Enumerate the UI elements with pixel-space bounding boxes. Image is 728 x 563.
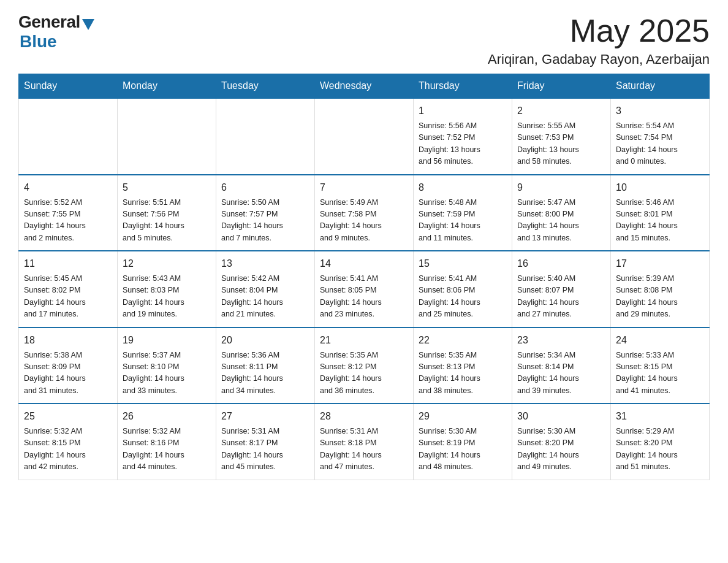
calendar-day-cell: 26Sunrise: 5:32 AM Sunset: 8:16 PM Dayli… — [118, 404, 216, 480]
day-number: 31 — [616, 409, 704, 424]
day-number: 25 — [24, 409, 112, 424]
logo-triangle-icon — [82, 19, 94, 30]
day-info: Sunrise: 5:49 AM Sunset: 7:58 PM Dayligh… — [320, 197, 408, 245]
calendar-day-cell: 24Sunrise: 5:33 AM Sunset: 8:15 PM Dayli… — [611, 327, 710, 404]
day-info: Sunrise: 5:32 AM Sunset: 8:15 PM Dayligh… — [24, 426, 112, 473]
logo-line2: Blue — [18, 32, 94, 52]
day-number: 20 — [221, 333, 309, 348]
day-info: Sunrise: 5:41 AM Sunset: 8:06 PM Dayligh… — [419, 273, 507, 321]
calendar-day-cell: 1Sunrise: 5:56 AM Sunset: 7:52 PM Daylig… — [414, 98, 512, 175]
calendar-day-cell: 10Sunrise: 5:46 AM Sunset: 8:01 PM Dayli… — [611, 175, 710, 251]
day-number: 3 — [616, 104, 704, 118]
logo-row: General — [18, 12, 94, 32]
calendar-day-cell: 27Sunrise: 5:31 AM Sunset: 8:17 PM Dayli… — [216, 404, 315, 480]
calendar-day-cell: 20Sunrise: 5:36 AM Sunset: 8:11 PM Dayli… — [216, 327, 315, 404]
day-info: Sunrise: 5:43 AM Sunset: 8:03 PM Dayligh… — [123, 273, 211, 321]
calendar-day-cell: 8Sunrise: 5:48 AM Sunset: 7:59 PM Daylig… — [414, 175, 512, 251]
day-number: 21 — [320, 333, 408, 348]
day-number: 7 — [320, 180, 408, 195]
day-number: 22 — [419, 333, 507, 348]
day-number: 16 — [517, 256, 605, 271]
day-of-week-header: Thursday — [414, 74, 512, 99]
header-row: SundayMondayTuesdayWednesdayThursdayFrid… — [19, 74, 710, 99]
calendar-day-cell: 2Sunrise: 5:55 AM Sunset: 7:53 PM Daylig… — [512, 98, 611, 175]
day-number: 23 — [517, 333, 605, 348]
day-number: 10 — [616, 180, 704, 195]
day-info: Sunrise: 5:51 AM Sunset: 7:56 PM Dayligh… — [123, 197, 211, 245]
day-number: 28 — [320, 409, 408, 424]
day-info: Sunrise: 5:38 AM Sunset: 8:09 PM Dayligh… — [24, 350, 112, 397]
day-info: Sunrise: 5:30 AM Sunset: 8:20 PM Dayligh… — [517, 426, 605, 473]
day-info: Sunrise: 5:52 AM Sunset: 7:55 PM Dayligh… — [24, 197, 112, 245]
day-number: 17 — [616, 256, 704, 271]
day-number: 19 — [123, 333, 211, 348]
calendar-week-row: 1Sunrise: 5:56 AM Sunset: 7:52 PM Daylig… — [19, 98, 710, 175]
calendar-day-cell: 31Sunrise: 5:29 AM Sunset: 8:20 PM Dayli… — [611, 404, 710, 480]
day-number: 8 — [419, 180, 507, 195]
day-info: Sunrise: 5:47 AM Sunset: 8:00 PM Dayligh… — [517, 197, 605, 245]
day-info: Sunrise: 5:34 AM Sunset: 8:14 PM Dayligh… — [517, 350, 605, 397]
day-info: Sunrise: 5:32 AM Sunset: 8:16 PM Dayligh… — [123, 426, 211, 473]
calendar-day-cell: 11Sunrise: 5:45 AM Sunset: 8:02 PM Dayli… — [19, 251, 118, 327]
day-number: 2 — [517, 104, 605, 118]
day-number: 9 — [517, 180, 605, 195]
calendar-day-cell: 22Sunrise: 5:35 AM Sunset: 8:13 PM Dayli… — [414, 327, 512, 404]
day-number: 6 — [221, 180, 309, 195]
day-info: Sunrise: 5:54 AM Sunset: 7:54 PM Dayligh… — [616, 120, 704, 168]
day-info: Sunrise: 5:40 AM Sunset: 8:07 PM Dayligh… — [517, 273, 605, 321]
day-of-week-header: Monday — [118, 74, 216, 99]
calendar-day-cell — [118, 98, 216, 175]
logo: General Blue — [18, 12, 94, 52]
day-number: 11 — [24, 256, 112, 271]
day-of-week-header: Sunday — [19, 74, 118, 99]
calendar-day-cell: 17Sunrise: 5:39 AM Sunset: 8:08 PM Dayli… — [611, 251, 710, 327]
calendar-day-cell: 15Sunrise: 5:41 AM Sunset: 8:06 PM Dayli… — [414, 251, 512, 327]
day-of-week-header: Friday — [512, 74, 611, 99]
calendar-day-cell: 3Sunrise: 5:54 AM Sunset: 7:54 PM Daylig… — [611, 98, 710, 175]
day-info: Sunrise: 5:45 AM Sunset: 8:02 PM Dayligh… — [24, 273, 112, 321]
day-number: 13 — [221, 256, 309, 271]
title-block: May 2025 Ariqiran, Gadabay Rayon, Azerba… — [488, 12, 710, 67]
calendar-day-cell: 16Sunrise: 5:40 AM Sunset: 8:07 PM Dayli… — [512, 251, 611, 327]
day-info: Sunrise: 5:39 AM Sunset: 8:08 PM Dayligh… — [616, 273, 704, 321]
calendar-day-cell: 7Sunrise: 5:49 AM Sunset: 7:58 PM Daylig… — [315, 175, 414, 251]
day-number: 5 — [123, 180, 211, 195]
day-info: Sunrise: 5:42 AM Sunset: 8:04 PM Dayligh… — [221, 273, 309, 321]
day-number: 15 — [419, 256, 507, 271]
calendar-day-cell: 19Sunrise: 5:37 AM Sunset: 8:10 PM Dayli… — [118, 327, 216, 404]
day-info: Sunrise: 5:41 AM Sunset: 8:05 PM Dayligh… — [320, 273, 408, 321]
calendar-day-cell: 12Sunrise: 5:43 AM Sunset: 8:03 PM Dayli… — [118, 251, 216, 327]
day-of-week-header: Saturday — [611, 74, 710, 99]
calendar-day-cell: 6Sunrise: 5:50 AM Sunset: 7:57 PM Daylig… — [216, 175, 315, 251]
day-info: Sunrise: 5:31 AM Sunset: 8:17 PM Dayligh… — [221, 426, 309, 473]
calendar-day-cell: 14Sunrise: 5:41 AM Sunset: 8:05 PM Dayli… — [315, 251, 414, 327]
calendar-day-cell: 23Sunrise: 5:34 AM Sunset: 8:14 PM Dayli… — [512, 327, 611, 404]
location-title: Ariqiran, Gadabay Rayon, Azerbaijan — [488, 52, 710, 67]
calendar-body: 1Sunrise: 5:56 AM Sunset: 7:52 PM Daylig… — [19, 98, 710, 480]
calendar-day-cell: 30Sunrise: 5:30 AM Sunset: 8:20 PM Dayli… — [512, 404, 611, 480]
day-info: Sunrise: 5:48 AM Sunset: 7:59 PM Dayligh… — [419, 197, 507, 245]
day-number: 24 — [616, 333, 704, 348]
day-number: 30 — [517, 409, 605, 424]
day-info: Sunrise: 5:35 AM Sunset: 8:12 PM Dayligh… — [320, 350, 408, 397]
day-info: Sunrise: 5:46 AM Sunset: 8:01 PM Dayligh… — [616, 197, 704, 245]
day-number: 27 — [221, 409, 309, 424]
calendar-day-cell: 18Sunrise: 5:38 AM Sunset: 8:09 PM Dayli… — [19, 327, 118, 404]
day-info: Sunrise: 5:29 AM Sunset: 8:20 PM Dayligh… — [616, 426, 704, 473]
logo-blue-text: Blue — [20, 32, 57, 52]
day-number: 14 — [320, 256, 408, 271]
day-info: Sunrise: 5:30 AM Sunset: 8:19 PM Dayligh… — [419, 426, 507, 473]
page-header: General Blue May 2025 Ariqiran, Gadabay … — [18, 12, 710, 67]
calendar-day-cell: 28Sunrise: 5:31 AM Sunset: 8:18 PM Dayli… — [315, 404, 414, 480]
day-number: 29 — [419, 409, 507, 424]
day-info: Sunrise: 5:35 AM Sunset: 8:13 PM Dayligh… — [419, 350, 507, 397]
calendar-header: SundayMondayTuesdayWednesdayThursdayFrid… — [19, 74, 710, 99]
calendar-table: SundayMondayTuesdayWednesdayThursdayFrid… — [18, 74, 710, 480]
day-info: Sunrise: 5:37 AM Sunset: 8:10 PM Dayligh… — [123, 350, 211, 397]
calendar-day-cell: 25Sunrise: 5:32 AM Sunset: 8:15 PM Dayli… — [19, 404, 118, 480]
calendar-day-cell: 13Sunrise: 5:42 AM Sunset: 8:04 PM Dayli… — [216, 251, 315, 327]
calendar-week-row: 18Sunrise: 5:38 AM Sunset: 8:09 PM Dayli… — [19, 327, 710, 404]
day-number: 1 — [419, 104, 507, 118]
day-of-week-header: Wednesday — [315, 74, 414, 99]
calendar-day-cell — [315, 98, 414, 175]
